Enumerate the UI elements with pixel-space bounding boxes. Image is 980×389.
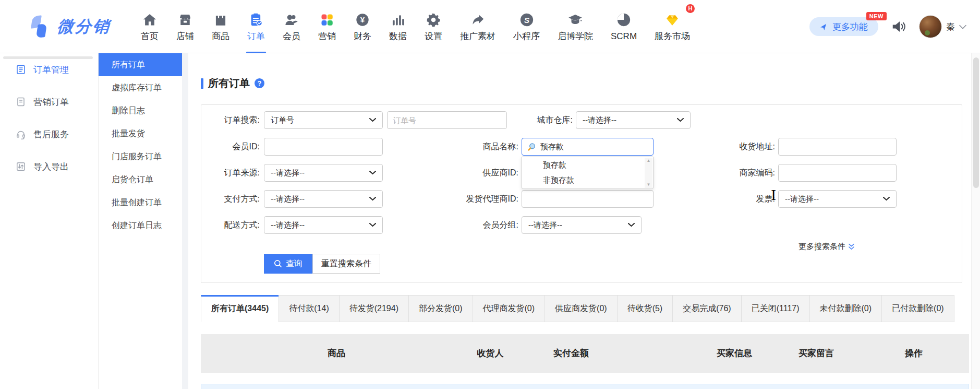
- nav-item-service-market[interactable]: H 服务市场: [655, 0, 690, 53]
- pay-method-select[interactable]: --请选择--: [264, 190, 383, 208]
- nav-item-finance[interactable]: ¥ 财务: [354, 0, 371, 53]
- order-source-select[interactable]: --请选择--: [264, 164, 383, 182]
- product-name-label: 商品名称:: [451, 138, 518, 156]
- members-icon: [284, 12, 299, 28]
- dropdown-scrollbar[interactable]: ▲▼: [645, 158, 652, 188]
- avatar: [919, 15, 942, 38]
- shop-icon: [177, 12, 193, 28]
- dropdown-option[interactable]: 预存款: [522, 157, 653, 172]
- member-group-select[interactable]: --请选择--: [522, 216, 642, 234]
- user-menu[interactable]: 秦: [919, 15, 966, 38]
- double-chevron-down-icon: [848, 243, 855, 250]
- order-search-type-value: 订单号: [271, 115, 294, 125]
- rocket-icon: [820, 22, 828, 31]
- page-title-row: 所有订单 ?: [201, 76, 264, 90]
- form-buttons: 查询 重置搜索条件: [264, 254, 380, 274]
- page-title: 所有订单: [208, 76, 250, 90]
- tab-completed[interactable]: 交易完成(76): [672, 295, 741, 322]
- sidebar-item-after-sales[interactable]: 售后服务: [0, 118, 98, 150]
- receive-address-input[interactable]: [778, 138, 897, 156]
- chevron-down-icon: [959, 25, 966, 29]
- logo[interactable]: 微分销: [30, 15, 135, 39]
- tab-pending-shipment[interactable]: 待发货(2194): [339, 295, 409, 322]
- speaker-icon[interactable]: [891, 19, 906, 34]
- tab-pending-payment[interactable]: 待付款(14): [279, 295, 339, 322]
- username: 秦: [946, 21, 955, 33]
- member-id-input[interactable]: [264, 138, 383, 156]
- tab-partial-shipment[interactable]: 部分发货(0): [408, 295, 473, 322]
- delivery-agent-id-input[interactable]: [522, 190, 654, 208]
- nav-item-promo[interactable]: 推广素材: [460, 0, 495, 53]
- city-warehouse-select[interactable]: --请选择--: [576, 111, 691, 129]
- sidebar-item-marketing-orders[interactable]: 营销订单: [0, 86, 98, 118]
- tab-supplier-shipment[interactable]: 供应商发货(0): [545, 295, 618, 322]
- sidebar-item-import-export[interactable]: 导入导出: [0, 150, 98, 183]
- page-scrollbar-thumb[interactable]: [973, 57, 979, 188]
- merchant-code-input[interactable]: [778, 164, 897, 182]
- search-button[interactable]: 查询: [264, 254, 312, 274]
- share-arrow-icon: [470, 12, 486, 28]
- order-search-type-select[interactable]: 订单号: [264, 111, 383, 129]
- form-row-2: 会员ID: 商品名称: 预存款 收货地址:: [201, 138, 962, 156]
- yuan-coin-icon: ¥: [355, 12, 370, 28]
- nav-label: 店铺: [176, 32, 194, 41]
- member-group-label: 会员分组:: [451, 216, 518, 234]
- order-source-value: --请选择--: [271, 168, 305, 178]
- product-name-dropdown: 预存款 非预存款 ▲▼: [522, 157, 654, 189]
- nav-item-data[interactable]: 数据: [389, 0, 407, 53]
- delivery-method-select[interactable]: --请选择--: [264, 216, 383, 234]
- sidebar-scrollbar[interactable]: [3, 56, 93, 59]
- pay-method-value: --请选择--: [271, 194, 305, 204]
- submenu-item-batch-create-orders[interactable]: 批量创建订单: [99, 191, 182, 214]
- nav-item-members[interactable]: 会员: [283, 0, 300, 53]
- submenu-item-batch-ship[interactable]: 批量发货: [99, 122, 182, 145]
- logo-icon: [30, 15, 51, 39]
- app: 微分销 首页 店铺 商品 订单: [0, 0, 980, 389]
- nav-item-marketing[interactable]: 营销: [318, 0, 336, 53]
- submenu-item-store-service-orders[interactable]: 门店服务订单: [99, 145, 182, 168]
- dropdown-option[interactable]: 非预存款: [522, 172, 653, 187]
- city-warehouse-value: --请选择--: [583, 115, 616, 125]
- submenu-item-virtual-stock-orders[interactable]: 虚拟库存订单: [99, 76, 182, 99]
- tab-all-orders[interactable]: 所有订单(3445): [201, 295, 279, 322]
- invoice-select[interactable]: --请选择--: [778, 190, 897, 208]
- more-features-button[interactable]: 更多功能 NEW: [809, 17, 878, 36]
- marketing-orders-icon: [16, 97, 26, 107]
- receive-address-label: 收货地址:: [707, 138, 775, 156]
- order-clipboard-icon: [248, 12, 264, 28]
- page-scrollbar[interactable]: [971, 53, 980, 389]
- tab-closed[interactable]: 已关闭(1117): [741, 295, 810, 322]
- delivery-agent-id-label: 发货代理商ID:: [451, 190, 518, 208]
- shopping-bag-icon: [213, 12, 228, 28]
- more-search-conditions-link[interactable]: 更多搜索条件: [798, 242, 855, 252]
- submenu-item-create-order-log[interactable]: 创建订单日志: [99, 214, 182, 237]
- pie-chart-icon: [616, 12, 632, 28]
- nav-item-shop[interactable]: 店铺: [176, 0, 194, 53]
- order-number-input[interactable]: [387, 111, 507, 129]
- submenu-item-qihuo-warehouse-orders[interactable]: 启货仓订单: [99, 168, 182, 191]
- graduation-cap-icon: [567, 12, 583, 28]
- nav-item-academy[interactable]: 启博学院: [558, 0, 593, 53]
- nav-item-goods[interactable]: 商品: [212, 0, 229, 53]
- supplier-id-label: 供应商ID:: [451, 164, 518, 182]
- reset-search-button[interactable]: 重置搜索条件: [312, 254, 380, 274]
- nav-item-miniprogram[interactable]: S 小程序: [513, 0, 540, 53]
- title-accent-bar: [201, 78, 203, 89]
- secondary-sidebar: 所有订单 虚拟库存订单 删除日志 批量发货 门店服务订单 启货仓订单 批量创建订…: [99, 53, 182, 389]
- nav-item-scrm[interactable]: SCRM: [611, 0, 637, 53]
- member-group-value: --请选择--: [528, 220, 562, 230]
- tab-paid-deleted[interactable]: 已付款删除(0): [881, 295, 954, 322]
- tab-pending-receipt[interactable]: 待收货(5): [617, 295, 673, 322]
- tab-unpaid-deleted[interactable]: 未付款删除(0): [809, 295, 882, 322]
- tab-agent-shipment[interactable]: 代理商发货(0): [473, 295, 546, 322]
- order-number-input-wrap: [387, 111, 507, 129]
- submenu-item-all-orders[interactable]: 所有订单: [99, 53, 182, 76]
- product-name-input[interactable]: 预存款: [522, 138, 654, 156]
- submenu-item-delete-log[interactable]: 删除日志: [99, 99, 182, 122]
- nav-item-home[interactable]: 首页: [141, 0, 159, 53]
- nav-item-settings[interactable]: 设置: [425, 0, 442, 53]
- nav-item-orders[interactable]: 订单: [247, 0, 265, 53]
- chevron-down-icon: [628, 223, 635, 227]
- nav-label: 首页: [141, 32, 159, 41]
- help-icon[interactable]: ?: [255, 78, 264, 88]
